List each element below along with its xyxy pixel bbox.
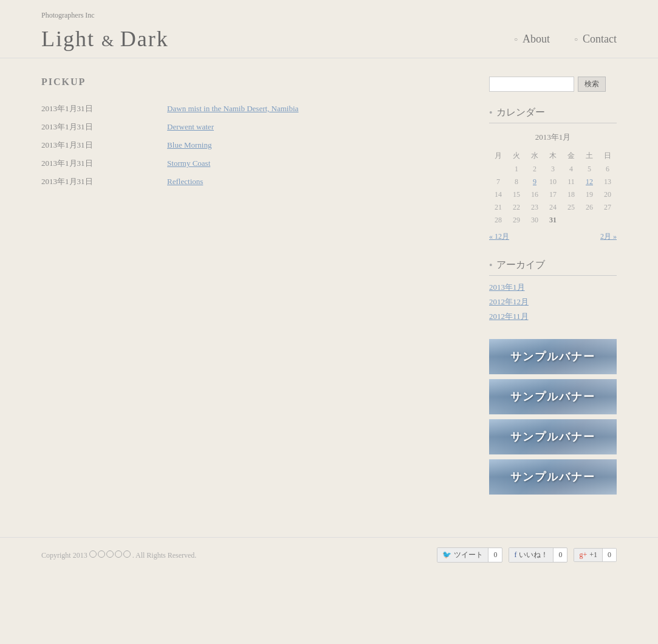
calendar-row: 14151617181920 [489, 188, 617, 201]
archive-section-title: アーカイブ [489, 259, 617, 276]
archive-section: アーカイブ 2013年1月2012年12月2012年11月 [489, 259, 617, 322]
pickup-link[interactable]: Reflections [167, 177, 203, 186]
calendar-cell [489, 163, 507, 176]
calendar-row: 28293031 [489, 214, 617, 227]
calendar-cell: 29 [507, 214, 526, 227]
calendar-row: 123456 [489, 163, 617, 176]
calendar-cell: 12 [580, 176, 598, 188]
calendar-cell: 21 [489, 201, 507, 214]
rights-text: . All Rights Reserved. [132, 551, 197, 560]
social-buttons: 🐦 ツイート 0 f いいね！ 0 g+ +1 0 [437, 547, 617, 563]
calendar-day-9-link[interactable]: 9 [533, 177, 536, 186]
pickup-row: 2013年1月31日 Reflections [41, 173, 465, 191]
calendar-section-title: カレンダー [489, 106, 617, 123]
calendar-cell: 28 [489, 214, 507, 227]
calendar-cell: 26 [580, 201, 598, 214]
archive-link[interactable]: 2012年12月 [489, 297, 529, 306]
calendar-cell: 23 [526, 201, 544, 214]
like-label: f いいね！ [509, 548, 553, 562]
archive-item: 2012年11月 [489, 311, 617, 322]
pickup-row: 2013年1月31日 Blue Morning [41, 136, 465, 154]
banner-text-2: サンプルバナー [510, 389, 595, 404]
like-label-text: いいね！ [519, 550, 548, 560]
like-count: 0 [553, 549, 567, 561]
calendar-row: 78910111213 [489, 176, 617, 188]
pickup-row: 2013年1月31日 Stormy Coast [41, 154, 465, 173]
calendar-cell: 1 [507, 163, 526, 176]
archive-item: 2013年1月 [489, 282, 617, 293]
pickup-date: 2013年1月31日 [41, 100, 167, 118]
pickup-link[interactable]: Stormy Coast [167, 159, 210, 168]
calendar-section: カレンダー 2013年1月 月火水木金土日 123456789101112131… [489, 106, 617, 242]
calendar-cell: 22 [507, 201, 526, 214]
calendar-cell: 9 [526, 176, 544, 188]
calendar-cell: 14 [489, 188, 507, 201]
calendar-cell [598, 214, 617, 227]
tweet-button[interactable]: 🐦 ツイート 0 [437, 547, 502, 563]
calendar-day-header: 火 [507, 149, 526, 163]
calendar-cell: 30 [526, 214, 544, 227]
photographers-inc-bar: Photographers Inc [0, 0, 658, 20]
search-button[interactable]: 検索 [578, 77, 606, 92]
footer-copyright: Copyright 2013 . All Rights Reserved. [41, 550, 196, 560]
calendar-cell: 11 [562, 176, 580, 188]
banner-area: サンプルバナーサンプルバナーサンプルバナーサンプルバナー [489, 339, 617, 495]
pickup-link-cell: Blue Morning [167, 136, 465, 154]
calendar-cell: 20 [598, 188, 617, 201]
banner-4[interactable]: サンプルバナー [489, 459, 617, 495]
banner-3[interactable]: サンプルバナー [489, 419, 617, 454]
pickup-title: PICKUP [41, 77, 465, 87]
main-layout: PICKUP 2013年1月31日 Dawn mist in the Namib… [0, 58, 658, 513]
pickup-link[interactable]: Derwent water [167, 122, 214, 131]
archive-link[interactable]: 2012年11月 [489, 312, 529, 321]
search-box: 検索 [489, 77, 617, 92]
calendar-cell: 13 [598, 176, 617, 188]
main-content: PICKUP 2013年1月31日 Dawn mist in the Namib… [41, 77, 465, 495]
like-button[interactable]: f いいね！ 0 [509, 547, 567, 563]
pickup-link-cell: Stormy Coast [167, 154, 465, 173]
calendar-cell: 19 [580, 188, 598, 201]
calendar-cell: 3 [544, 163, 562, 176]
archive-item: 2012年12月 [489, 296, 617, 307]
pickup-link[interactable]: Blue Morning [167, 140, 211, 149]
banner-text-1: サンプルバナー [510, 349, 595, 364]
nav-contact-link[interactable]: Contact [574, 33, 617, 46]
circles [89, 550, 131, 558]
pickup-date: 2013年1月31日 [41, 118, 167, 136]
site-header: Light & Dark About Contact [0, 20, 658, 58]
calendar-cell: 5 [580, 163, 598, 176]
pickup-date: 2013年1月31日 [41, 136, 167, 154]
tweet-label: 🐦 ツイート [437, 548, 488, 562]
calendar-cell: 18 [562, 188, 580, 201]
pickup-link-cell: Derwent water [167, 118, 465, 136]
pickup-link[interactable]: Dawn mist in the Namib Desert, Namibia [167, 104, 298, 113]
calendar-day-header: 土 [580, 149, 598, 163]
calendar-year-month: 2013年1月 [489, 129, 617, 145]
sidebar: 検索 カレンダー 2013年1月 月火水木金土日 123456789101112… [489, 77, 617, 495]
calendar-cell: 2 [526, 163, 544, 176]
calendar-next-link[interactable]: 2月 » [600, 231, 617, 242]
nav-about-link[interactable]: About [514, 33, 550, 46]
calendar-day-12-link[interactable]: 12 [586, 177, 593, 186]
banner-1[interactable]: サンプルバナー [489, 339, 617, 374]
calendar-prev-link[interactable]: « 12月 [489, 231, 509, 242]
twitter-icon: 🐦 [442, 550, 451, 560]
title-light: Light [41, 27, 95, 51]
calendar-day-header: 金 [562, 149, 580, 163]
search-input[interactable] [489, 77, 574, 92]
calendar-cell: 27 [598, 201, 617, 214]
gplus-button[interactable]: g+ +1 0 [574, 548, 617, 562]
archive-link[interactable]: 2013年1月 [489, 283, 525, 292]
main-nav: About Contact [514, 33, 617, 46]
tweet-count: 0 [488, 549, 502, 561]
archive-list: 2013年1月2012年12月2012年11月 [489, 282, 617, 322]
banner-2[interactable]: サンプルバナー [489, 379, 617, 414]
calendar-day-header: 木 [544, 149, 562, 163]
calendar-day-header: 日 [598, 149, 617, 163]
pickup-date: 2013年1月31日 [41, 173, 167, 191]
gplus-plus: +1 [589, 550, 597, 560]
pickup-date: 2013年1月31日 [41, 154, 167, 173]
calendar-cell: 8 [507, 176, 526, 188]
title-amp: & [101, 32, 120, 50]
gplus-icon: g+ [579, 550, 587, 560]
